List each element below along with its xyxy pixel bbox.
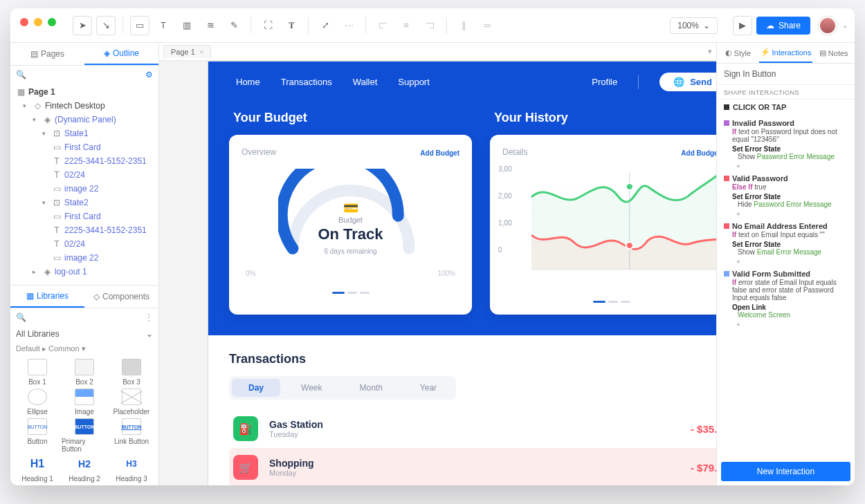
group-tool-icon[interactable]: ⛶: [258, 16, 277, 35]
tree-page[interactable]: ▦Page 1: [10, 85, 158, 99]
lib-placeholder[interactable]: Placeholder: [109, 389, 154, 416]
history-add-link[interactable]: Add Budget: [673, 149, 716, 157]
nav-profile[interactable]: Profile: [592, 77, 617, 87]
tx-row[interactable]: ⛽ Gas StationTuesday - $35.88: [229, 409, 716, 448]
lib-search-input[interactable]: [30, 313, 140, 321]
tree-state2[interactable]: ▾⊡State2: [10, 196, 158, 209]
tree-state1[interactable]: ▾⊡State1: [10, 127, 158, 140]
lib-ellipse[interactable]: Ellipse: [15, 389, 60, 416]
lib-box1[interactable]: Box 1: [15, 359, 60, 386]
tree-firstcard-1[interactable]: ▭First Card: [10, 140, 158, 154]
rtab-interactions[interactable]: ⚡ Interactions: [759, 43, 813, 63]
dist-h-icon[interactable]: ‖: [454, 16, 473, 35]
filter-icon[interactable]: ⚙: [145, 70, 153, 80]
seg-week[interactable]: Week: [284, 379, 338, 397]
seg-year[interactable]: Year: [403, 379, 453, 397]
history-pager[interactable]: [502, 293, 716, 306]
avatar-chevron-icon[interactable]: ⌄: [842, 21, 848, 29]
seg-month[interactable]: Month: [343, 379, 399, 397]
lib-link-button[interactable]: BUTTONLink Button: [109, 418, 154, 453]
tree-exp-1[interactable]: T02/24: [10, 168, 158, 182]
tree-exp-2[interactable]: T02/24: [10, 237, 158, 251]
text-style-icon[interactable]: 𝐓: [282, 16, 301, 35]
case-condition: If text on Password Input does not equal…: [724, 128, 848, 143]
align-left-icon[interactable]: ⫍: [373, 16, 392, 35]
lib-image[interactable]: Image: [62, 389, 107, 416]
tx-row[interactable]: 🛒 ShoppingMonday - $79.90: [229, 448, 716, 485]
lib-more-icon[interactable]: ⋮: [145, 312, 153, 322]
traffic-max[interactable]: [48, 18, 56, 26]
canvas-dropdown-icon[interactable]: ▾: [708, 47, 712, 56]
case-header[interactable]: Invalid Password: [724, 119, 848, 127]
lib-selector[interactable]: All Libraries⌄: [10, 326, 158, 342]
connect-tool-icon[interactable]: ↘: [96, 16, 116, 35]
tree-firstcard-2[interactable]: ▭First Card: [10, 209, 158, 223]
nav-transactions[interactable]: Transactions: [281, 77, 332, 87]
budget-pager[interactable]: [242, 284, 459, 297]
align-center-icon[interactable]: ≡: [397, 16, 416, 35]
share-button[interactable]: ☁ Share: [756, 17, 810, 35]
traffic-close[interactable]: [20, 18, 28, 26]
case-action[interactable]: Set Error StateShow Email Error Message: [724, 241, 848, 256]
traffic-min[interactable]: [34, 18, 42, 26]
outline-search-input[interactable]: [30, 71, 141, 79]
pen-tool-icon[interactable]: ✎: [224, 16, 244, 35]
case-header[interactable]: No Email Address Entered: [724, 222, 848, 230]
stack-tool-icon[interactable]: ≋: [201, 16, 220, 35]
budget-add-link[interactable]: Add Budget: [412, 149, 459, 157]
nav-send-button[interactable]: 🌐Send: [659, 73, 716, 91]
nav-support[interactable]: Support: [398, 77, 430, 87]
nav-wallet[interactable]: Wallet: [353, 77, 378, 87]
add-action[interactable]: +: [724, 258, 848, 265]
lib-h3[interactable]: H3Heading 3: [109, 456, 154, 483]
tree-dynamic-panel[interactable]: ▾◈(Dynamic Panel): [10, 113, 158, 127]
tree-logout[interactable]: ▸◈log-out 1: [10, 265, 158, 279]
fit-tool-icon[interactable]: ⤢: [316, 16, 335, 35]
lib-box2[interactable]: Box 2: [62, 359, 107, 386]
svg-point-5: [626, 183, 634, 190]
lib-h2[interactable]: H2Heading 2: [62, 456, 107, 483]
align-right-icon[interactable]: ⫎: [420, 16, 439, 35]
tab-outline[interactable]: ◈ Outline: [84, 43, 158, 65]
canvas-page-tab[interactable]: Page 1×: [163, 45, 211, 58]
artboard[interactable]: Home Transactions Wallet Support Profile…: [208, 61, 716, 485]
tree-root[interactable]: ▾◇Fintech Desktop: [10, 99, 158, 113]
nav-home[interactable]: Home: [236, 77, 260, 87]
lib-h1[interactable]: H1Heading 1: [15, 456, 60, 483]
add-action[interactable]: +: [724, 321, 848, 328]
add-action[interactable]: +: [724, 210, 848, 218]
dist-v-icon[interactable]: ═: [477, 16, 497, 35]
case-action[interactable]: Open LinkWelcome Screen: [724, 304, 848, 319]
rtab-notes[interactable]: ▤ Notes: [812, 43, 855, 63]
lib-category[interactable]: Default ▸ Common ▾: [10, 342, 158, 356]
zoom-select[interactable]: 100%⌄: [670, 17, 718, 34]
layout-tool-icon[interactable]: ▥: [177, 16, 197, 35]
lib-button[interactable]: BUTTONButton: [15, 418, 60, 453]
rectangle-tool-icon[interactable]: ▭: [130, 16, 149, 35]
tree-img-1[interactable]: ▭image 22: [10, 182, 158, 196]
tree-cardnum-1[interactable]: T2225-3441-5152-2351: [10, 154, 158, 168]
more-tool-icon[interactable]: ⋯: [339, 16, 358, 35]
case-condition: Else If true: [724, 183, 848, 191]
case-header[interactable]: Valid Form Submitted: [724, 270, 848, 278]
case-action[interactable]: Set Error StateShow Password Error Messa…: [724, 145, 848, 160]
tab-components[interactable]: ◇ Components: [84, 286, 158, 308]
new-interaction-button[interactable]: New Interaction: [721, 462, 850, 481]
tab-libraries[interactable]: ▦ Libraries: [10, 286, 84, 308]
rtab-style[interactable]: ◐ Style: [717, 43, 759, 63]
tree-cardnum-2[interactable]: T2225-3441-5152-2351: [10, 223, 158, 237]
select-tool-icon[interactable]: ➤: [73, 16, 92, 35]
event-click-or-tap[interactable]: CLICK OR TAP: [717, 100, 855, 115]
seg-day[interactable]: Day: [232, 379, 280, 397]
lib-box3[interactable]: Box 3: [109, 359, 154, 386]
add-action[interactable]: +: [724, 162, 848, 170]
case-header[interactable]: Valid Password: [724, 174, 848, 183]
tab-pages[interactable]: ▤ Pages: [10, 43, 84, 65]
user-avatar[interactable]: [819, 17, 837, 35]
preview-button[interactable]: ▶: [733, 16, 752, 35]
lib-primary-button[interactable]: BUTTONPrimary Button: [62, 418, 107, 453]
case-action[interactable]: Set Error StateHide Password Error Messa…: [724, 193, 848, 208]
close-tab-icon[interactable]: ×: [199, 48, 203, 56]
text-tool-icon[interactable]: T: [154, 16, 173, 35]
tree-img-2[interactable]: ▭image 22: [10, 251, 158, 265]
